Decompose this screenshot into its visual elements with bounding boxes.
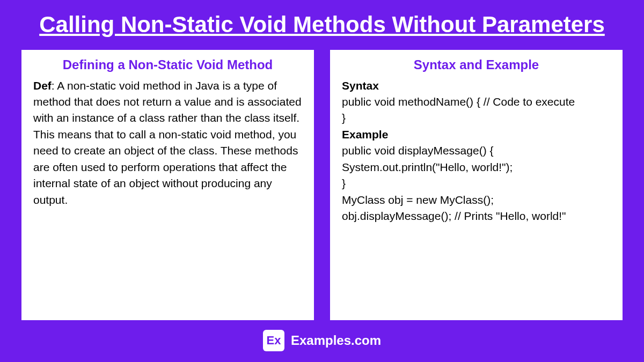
example-line-4: obj.displayMessage(); // Prints "Hello, … (342, 208, 611, 224)
card-right: Syntax and Example Syntax public void me… (330, 50, 623, 321)
card-left-heading: Defining a Non-Static Void Method (33, 57, 302, 72)
card-right-heading: Syntax and Example (342, 57, 611, 72)
logo-icon: Ex (263, 330, 284, 351)
card-left: Defining a Non-Static Void Method Def: A… (21, 50, 314, 321)
def-text: : A non-static void method in Java is a … (33, 79, 302, 206)
example-label: Example (342, 127, 611, 143)
cards-row: Defining a Non-Static Void Method Def: A… (21, 50, 623, 321)
example-line-1: public void displayMessage() { System.ou… (342, 143, 611, 175)
footer-site: Examples.com (291, 333, 381, 348)
page-title: Calling Non-Static Void Methods Without … (21, 11, 623, 39)
footer: Ex Examples.com (21, 330, 623, 351)
example-line-2: } (342, 175, 611, 191)
example-line-3: MyClass obj = new MyClass(); (342, 192, 611, 208)
card-left-body: Def: A non-static void method in Java is… (33, 78, 302, 209)
syntax-line-2: } (342, 110, 611, 126)
syntax-label: Syntax (342, 78, 611, 94)
card-right-body: Syntax public void methodName() { // Cod… (342, 78, 611, 225)
def-label: Def (33, 79, 52, 92)
syntax-line-1: public void methodName() { // Code to ex… (342, 94, 611, 110)
